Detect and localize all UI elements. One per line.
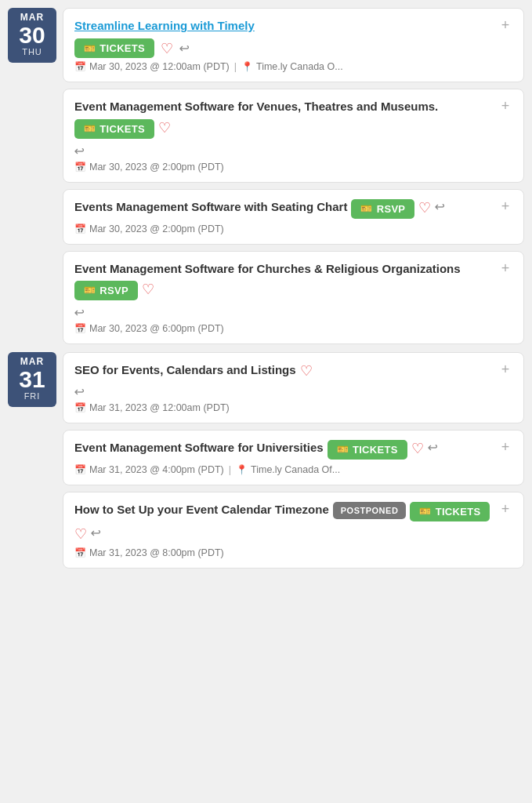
event-title: Event Management Software for Churches &…: [74, 261, 461, 277]
event-title-text: Streamline Learning with Timely: [74, 18, 494, 34]
calendar-icon: 📅: [74, 162, 86, 173]
event-title-row: Event Management Software for Venues, Th…: [74, 99, 512, 138]
tickets-button[interactable]: 🎫TICKETS: [410, 502, 490, 521]
event-card: Event Management Software for Universiti…: [63, 430, 524, 485]
calendar-container: MAR 30 THU Streamline Learning with Time…: [8, 8, 524, 569]
event-card: SEO for Events, Calendars and Listings♡+…: [63, 352, 524, 423]
event-date-time: Mar 30, 2023 @ 6:00pm (PDT): [89, 323, 224, 334]
badge-weekday: FRI: [24, 392, 41, 401]
heart-icon[interactable]: ♡: [300, 362, 313, 380]
heart-icon[interactable]: ♡: [158, 119, 171, 136]
event-meta: 📅Mar 31, 2023 @ 12:00am (PDT): [74, 402, 512, 413]
calendar-icon: 📅: [74, 402, 86, 413]
event-meta: 📅Mar 31, 2023 @ 8:00pm (PDT): [74, 547, 512, 558]
heart-icon[interactable]: ♡: [411, 440, 424, 457]
share-icon[interactable]: ↪: [179, 41, 190, 56]
event-location: Time.ly Canada O...: [256, 61, 343, 72]
badge-day: 30: [19, 22, 45, 48]
event-title-text: Event Management Software for Venues, Th…: [74, 99, 494, 138]
badge-day: 31: [19, 366, 45, 392]
event-title: How to Set Up your Event Calendar Timezo…: [74, 502, 329, 518]
rsvp-label: RSVP: [100, 285, 128, 296]
ticket-icon: 🎫: [360, 203, 372, 214]
badge-month: MAR: [20, 357, 44, 366]
date-badge: MAR 31 FRI: [8, 352, 56, 407]
event-title: Event Management Software for Universiti…: [74, 440, 324, 456]
share-icon[interactable]: ↪: [435, 199, 445, 214]
event-title-link[interactable]: Streamline Learning with Timely: [74, 18, 255, 34]
share-icon[interactable]: ↪: [428, 440, 438, 455]
event-title: Event Management Software for Venues, Th…: [74, 99, 438, 114]
day-group-31: MAR 31 FRI SEO for Events, Calendars and…: [8, 352, 524, 569]
event-title-text: Event Management Software for Churches &…: [74, 261, 494, 300]
event-title-row: Streamline Learning with Timely+: [74, 18, 512, 34]
calendar-icon: 📅: [74, 223, 86, 234]
event-date-time: Mar 31, 2023 @ 8:00pm (PDT): [89, 547, 224, 558]
ticket-icon: 🎫: [84, 285, 96, 296]
share-icon[interactable]: ↪: [74, 144, 85, 158]
event-title: Events Management Software with Seating …: [74, 199, 347, 215]
tickets-button[interactable]: 🎫TICKETS: [74, 119, 154, 139]
event-card: Events Management Software with Seating …: [63, 189, 524, 245]
day-group-30: MAR 30 THU Streamline Learning with Time…: [8, 8, 524, 344]
heart-icon[interactable]: ♡: [418, 199, 431, 216]
event-card: Event Management Software for Venues, Th…: [63, 89, 524, 182]
tickets-label: TICKETS: [436, 506, 481, 518]
event-date-time: Mar 30, 2023 @ 2:00pm (PDT): [89, 162, 224, 173]
event-location: Time.ly Canada Of...: [251, 464, 340, 475]
location-separator: |: [229, 464, 231, 475]
rsvp-label: RSVP: [377, 203, 406, 215]
tickets-button[interactable]: 🎫TICKETS: [328, 440, 407, 460]
event-title-row: Event Management Software for Churches &…: [74, 261, 512, 300]
second-action-row: ↪: [74, 384, 512, 399]
add-to-calendar-icon[interactable]: +: [498, 440, 512, 454]
event-date-time: Mar 30, 2023 @ 12:00am (PDT): [89, 61, 230, 72]
add-to-calendar-icon[interactable]: +: [498, 199, 512, 213]
event-meta: 📅Mar 30, 2023 @ 6:00pm (PDT): [74, 323, 512, 334]
event-meta: 📅Mar 30, 2023 @ 2:00pm (PDT): [74, 162, 512, 173]
tickets-label: TICKETS: [100, 123, 145, 135]
ticket-icon: 🎫: [419, 506, 431, 517]
event-meta: 📅Mar 31, 2023 @ 4:00pm (PDT)|📍Time.ly Ca…: [74, 464, 512, 475]
heart-icon[interactable]: ♡: [161, 40, 173, 57]
event-card: Event Management Software for Churches &…: [63, 251, 524, 344]
second-action-row: ↪: [74, 144, 512, 158]
tickets-label: TICKETS: [353, 444, 398, 456]
event-title-row: Event Management Software for Universiti…: [74, 440, 512, 460]
event-date-time: Mar 30, 2023 @ 2:00pm (PDT): [89, 223, 224, 234]
action-row: 🎫TICKETS♡↪: [74, 38, 512, 58]
event-meta: 📅Mar 30, 2023 @ 2:00pm (PDT): [74, 223, 512, 234]
share-icon[interactable]: ↪: [74, 305, 85, 320]
event-title-text: Event Management Software for Universiti…: [74, 440, 494, 460]
event-title: SEO for Events, Calendars and Listings: [74, 362, 296, 378]
event-card: How to Set Up your Event Calendar Timezo…: [63, 492, 524, 569]
add-to-calendar-icon[interactable]: +: [498, 261, 512, 275]
tickets-button[interactable]: 🎫TICKETS: [74, 38, 154, 58]
event-date-time: Mar 31, 2023 @ 12:00am (PDT): [89, 402, 230, 413]
calendar-icon: 📅: [74, 464, 86, 475]
location-pin-icon: 📍: [236, 464, 248, 475]
events-column: SEO for Events, Calendars and Listings♡+…: [63, 352, 524, 569]
add-to-calendar-icon[interactable]: +: [498, 362, 512, 376]
ticket-icon: 🎫: [337, 444, 349, 455]
event-title-text: How to Set Up your Event Calendar Timezo…: [74, 502, 494, 543]
location-separator: |: [234, 61, 237, 72]
event-date-time: Mar 31, 2023 @ 4:00pm (PDT): [89, 464, 224, 475]
postponed-badge: POSTPONED: [333, 502, 407, 519]
heart-icon[interactable]: ♡: [74, 525, 87, 543]
date-badge: MAR 30 THU: [8, 8, 56, 63]
calendar-icon: 📅: [74, 323, 86, 334]
location-pin-icon: 📍: [241, 61, 253, 72]
add-to-calendar-icon[interactable]: +: [498, 99, 512, 113]
rsvp-button[interactable]: 🎫RSVP: [351, 199, 414, 219]
heart-icon[interactable]: ♡: [142, 281, 154, 298]
calendar-icon: 📅: [74, 61, 86, 72]
event-title-row: Events Management Software with Seating …: [74, 199, 512, 219]
add-to-calendar-icon[interactable]: +: [498, 502, 512, 516]
rsvp-button[interactable]: 🎫RSVP: [74, 281, 138, 300]
ticket-icon: 🎫: [84, 123, 96, 134]
event-title-text: SEO for Events, Calendars and Listings♡: [74, 362, 494, 380]
add-to-calendar-icon[interactable]: +: [498, 18, 512, 32]
share-icon[interactable]: ↪: [91, 525, 101, 540]
share-icon[interactable]: ↪: [74, 384, 85, 399]
